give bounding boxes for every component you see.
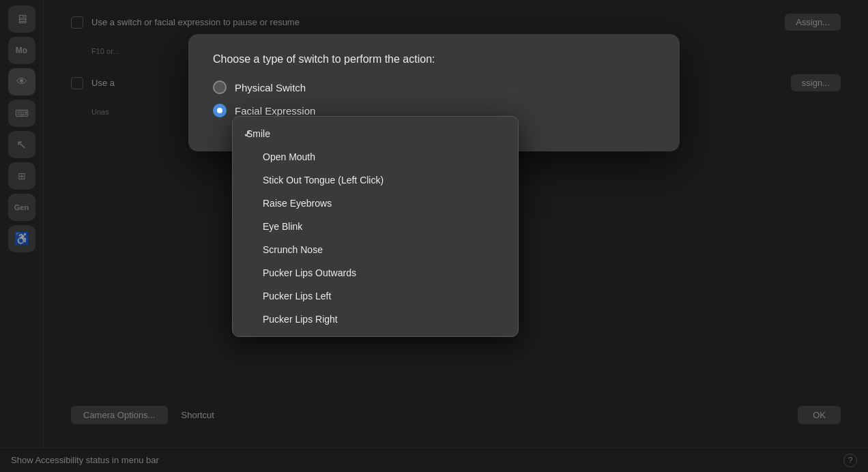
dropdown-item-open-mouth[interactable]: Open Mouth — [233, 145, 518, 168]
facial-expression-label: Facial Expression — [235, 105, 315, 117]
dropdown-label-pucker-lips-right: Pucker Lips Right — [263, 314, 338, 325]
facial-expression-dropdown: ✓ Smile Open Mouth Stick Out Tongue (Lef… — [232, 116, 519, 337]
dropdown-label-raise-eyebrows: Raise Eyebrows — [263, 198, 332, 209]
dropdown-item-raise-eyebrows[interactable]: Raise Eyebrows — [233, 192, 518, 215]
facial-expression-radio[interactable] — [213, 104, 227, 117]
modal-overlay: Choose a type of switch to perform the a… — [0, 0, 868, 472]
dropdown-item-smile[interactable]: ✓ Smile — [233, 122, 518, 145]
facial-expression-option[interactable]: Facial Expression — [213, 104, 655, 117]
dropdown-label-open-mouth: Open Mouth — [263, 151, 315, 162]
dialog-title: Choose a type of switch to perform the a… — [213, 53, 655, 65]
physical-switch-label: Physical Switch — [235, 82, 306, 93]
dropdown-item-scrunch-nose[interactable]: Scrunch Nose — [233, 238, 518, 261]
physical-switch-option[interactable]: Physical Switch — [213, 80, 655, 94]
dropdown-label-pucker-lips-outwards: Pucker Lips Outwards — [263, 267, 356, 278]
dropdown-label-stick-out-tongue: Stick Out Tongue (Left Click) — [263, 175, 384, 186]
dropdown-item-eye-blink[interactable]: Eye Blink — [233, 215, 518, 238]
dropdown-item-pucker-lips-left[interactable]: Pucker Lips Left — [233, 284, 518, 308]
dropdown-item-pucker-lips-right[interactable]: Pucker Lips Right — [233, 308, 518, 331]
physical-switch-radio[interactable] — [213, 80, 227, 94]
check-icon: ✓ — [244, 128, 252, 139]
dropdown-label-pucker-lips-left: Pucker Lips Left — [263, 291, 331, 301]
dropdown-label-eye-blink: Eye Blink — [263, 221, 302, 232]
dropdown-item-pucker-lips-outwards[interactable]: Pucker Lips Outwards — [233, 261, 518, 284]
dropdown-label-scrunch-nose: Scrunch Nose — [263, 244, 323, 255]
dropdown-item-stick-out-tongue[interactable]: Stick Out Tongue (Left Click) — [233, 168, 518, 192]
